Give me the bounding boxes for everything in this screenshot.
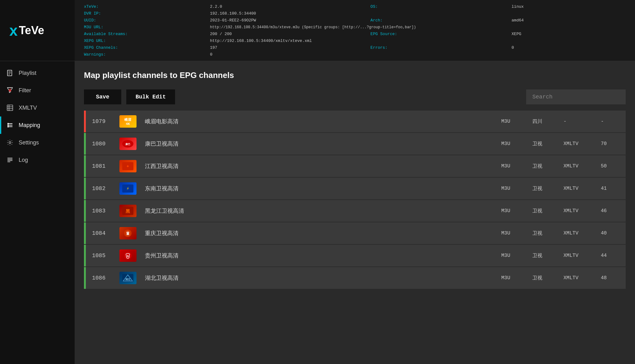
channel-epg: XMLTV: [563, 275, 601, 281]
table-row[interactable]: 1084 重 重庆卫视高清 M3U 卫视 XMLTV 40: [84, 222, 626, 244]
sidebar-label-filter: Filter: [19, 87, 31, 94]
channel-epg: XMLTV: [563, 230, 601, 236]
sidebar-label-playlist: Playlist: [19, 70, 36, 76]
os-label: OS:: [370, 3, 499, 10]
table-row[interactable]: 1080 康巴 康巴卫视高清 M3U 卫视 XMLTV 70: [84, 133, 626, 155]
streams-label: Available Streams:: [84, 30, 197, 37]
channel-source: M3U: [501, 230, 532, 236]
svg-text:湖北: 湖北: [125, 278, 131, 281]
content-area: Map playlist channels to EPG channels Sa…: [75, 61, 635, 364]
channel-name: 湖北卫视高清: [139, 274, 501, 282]
channel-source: M3U: [501, 275, 532, 281]
sidebar-item-settings[interactable]: Settings: [0, 134, 75, 151]
table-row[interactable]: 1081 ✦ 江西卫视高清 M3U 卫视 XMLTV 50: [84, 155, 626, 177]
log-icon: [6, 156, 14, 164]
table-row[interactable]: 1083 黑 黑龙江卫视高清 M3U 卫视 XMLTV 46: [84, 200, 626, 222]
dvrip-label: DVR IP:: [84, 10, 197, 17]
svg-point-15: [9, 142, 11, 143]
sidebar-item-xmltv[interactable]: XMLTV: [0, 99, 75, 116]
sidebar-item-mapping[interactable]: Mapping: [0, 116, 75, 134]
svg-text:⚡: ⚡: [126, 186, 129, 192]
channel-source: M3U: [501, 119, 532, 124]
channel-logo: 湖北: [117, 270, 139, 286]
bulk-edit-button[interactable]: Bulk Edit: [126, 89, 175, 104]
channel-name: 黑龙江卫视高清: [139, 207, 501, 215]
channel-number: 1083: [86, 208, 117, 214]
channel-name: 重庆卫视高清: [139, 230, 501, 237]
channel-epgnum: 44: [601, 253, 626, 258]
channel-epg: -: [563, 119, 601, 124]
channel-number: 1079: [86, 118, 117, 125]
table-row[interactable]: 1079 峨眉4K 峨眉电影高清 M3U 四川 - -: [84, 111, 626, 132]
header-info: xTeVe: 2.2.0 OS: linux DVR IP: 192.168.1…: [75, 0, 635, 61]
channel-group: 卫视: [532, 185, 563, 192]
channel-epgnum: 40: [601, 230, 626, 236]
sidebar-item-filter[interactable]: Filter: [0, 82, 75, 99]
search-input[interactable]: [526, 89, 626, 104]
channel-group: 卫视: [532, 253, 563, 259]
channel-logo: ✦: [117, 158, 139, 174]
channel-source: M3U: [501, 141, 532, 147]
xmltv-icon: [6, 104, 14, 111]
page-title: Map playlist channels to EPG channels: [84, 71, 626, 80]
os-value: linux: [512, 3, 626, 10]
sidebar-item-playlist[interactable]: Playlist: [0, 64, 75, 82]
channel-logo: G: [117, 248, 139, 263]
channel-name: 贵州卫视高清: [139, 252, 501, 259]
logo: x TeVe: [0, 0, 75, 61]
channel-epg: XMLTV: [563, 186, 601, 191]
logo-teve: TeVe: [19, 24, 44, 37]
channel-logo: 康巴: [117, 136, 139, 152]
channel-epgnum: -: [601, 119, 626, 124]
svg-text:G: G: [127, 255, 129, 258]
channel-group: 卫视: [532, 275, 563, 281]
channel-epg: XMLTV: [563, 163, 601, 169]
svg-text:康巴: 康巴: [125, 143, 130, 146]
epgsource-value: XEPG: [512, 30, 626, 37]
channel-number: 1080: [86, 141, 117, 147]
toolbar: Save Bulk Edit: [84, 89, 626, 104]
table-row[interactable]: 1086 湖北 湖北卫视高清 M3U 卫视 XMLTV 48: [84, 267, 626, 289]
svg-text:✦: ✦: [126, 163, 130, 169]
m3u-value: http://192.168.100.5:34400/m3u/xteve.m3u…: [210, 24, 626, 30]
channel-group: 卫视: [532, 163, 563, 170]
xepgurl-value: http://192.168.100.5:34400/xmltv/xteve.x…: [210, 37, 626, 44]
channel-source: M3U: [501, 186, 532, 191]
sidebar-label-mapping: Mapping: [19, 122, 40, 129]
channel-logo: 峨眉4K: [117, 114, 139, 129]
channel-number: 1082: [86, 185, 117, 192]
save-button[interactable]: Save: [84, 89, 121, 104]
channel-epg: XMLTV: [563, 253, 601, 258]
playlist-icon: [6, 69, 14, 77]
channel-logo: 重: [117, 225, 139, 241]
m3u-label: M3U URL:: [84, 24, 197, 30]
channel-epg: XMLTV: [563, 208, 601, 214]
uuid-label: UUID:: [84, 17, 197, 24]
channel-epgnum: 46: [601, 208, 626, 214]
table-row[interactable]: 1085 G 贵州卫视高清 M3U 卫视 XMLTV 44: [84, 245, 626, 266]
channel-name: 江西卫视高清: [139, 162, 501, 170]
settings-icon: [6, 139, 14, 146]
main-layout: Playlist Filter: [0, 61, 635, 364]
logo-x: x: [9, 22, 18, 39]
errors-label: Errors:: [370, 44, 499, 51]
svg-rect-10: [7, 123, 9, 124]
channel-number: 1084: [86, 230, 117, 236]
epgsource-label: EPG Source:: [370, 30, 499, 37]
svg-rect-12: [7, 125, 9, 126]
svg-text:黑: 黑: [126, 209, 130, 214]
uuid-value: 2023-01-REE2-69O2PW: [210, 17, 358, 24]
filter-icon: [6, 87, 14, 94]
dvrip-value: 192.168.100.5:34400: [210, 10, 626, 17]
arch-value: amd64: [512, 17, 626, 24]
channel-logo: 黑: [117, 203, 139, 219]
channel-number: 1081: [86, 163, 117, 169]
channel-epgnum: 70: [601, 141, 626, 147]
warnings-value: 0: [210, 51, 626, 58]
table-row[interactable]: 1082 ⚡ 东南卫视高清 M3U 卫视 XMLTV 41: [84, 178, 626, 199]
channel-epgnum: 50: [601, 163, 626, 169]
streams-value: 200 / 200: [210, 30, 358, 37]
sidebar-item-log[interactable]: Log: [0, 151, 75, 169]
channel-source: M3U: [501, 163, 532, 169]
channel-group: 四川: [532, 118, 563, 125]
